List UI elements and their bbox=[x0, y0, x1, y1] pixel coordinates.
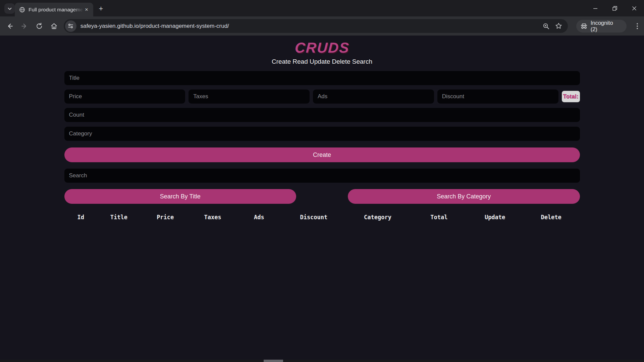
three-dot-icon bbox=[637, 23, 638, 29]
window-controls bbox=[586, 0, 644, 16]
home-icon bbox=[50, 22, 58, 30]
column-header-category: Category bbox=[345, 214, 411, 221]
taxes-input[interactable] bbox=[189, 89, 310, 104]
star-icon bbox=[555, 22, 562, 29]
column-header-ads: Ads bbox=[235, 214, 283, 221]
home-button[interactable] bbox=[47, 19, 61, 33]
forward-button[interactable] bbox=[17, 19, 32, 33]
price-row: Total: bbox=[64, 89, 580, 104]
total-badge: Total: bbox=[562, 91, 580, 102]
price-input[interactable] bbox=[64, 89, 185, 104]
discount-input[interactable] bbox=[437, 89, 558, 104]
search-input[interactable] bbox=[64, 169, 580, 183]
back-arrow-icon bbox=[6, 22, 13, 30]
magnifier-plus-icon bbox=[543, 23, 549, 29]
tab-search-button[interactable] bbox=[4, 3, 15, 14]
back-button[interactable] bbox=[3, 19, 17, 33]
incognito-badge[interactable]: Incognito (2) bbox=[576, 20, 627, 33]
tab-title: Full product management syste bbox=[29, 7, 83, 13]
restore-button[interactable] bbox=[605, 0, 625, 16]
incognito-icon bbox=[580, 22, 588, 30]
new-tab-button[interactable]: + bbox=[96, 4, 106, 14]
search-by-title-button[interactable]: Search By Title bbox=[64, 189, 297, 204]
tab-strip: Full product management syste × + bbox=[0, 0, 644, 16]
products-table-header: Id Title Price Taxes Ads Discount Catego… bbox=[64, 214, 580, 221]
page-logo: CRUDS bbox=[64, 40, 580, 56]
column-header-update: Update bbox=[467, 214, 522, 221]
column-header-total: Total bbox=[411, 214, 467, 221]
browser-tab[interactable]: Full product management syste × bbox=[15, 3, 93, 16]
chevron-down-icon bbox=[7, 6, 12, 11]
search-buttons-row: Search By Title Search By Category bbox=[64, 189, 580, 204]
zoom-page-button[interactable] bbox=[540, 20, 552, 32]
column-header-taxes: Taxes bbox=[190, 214, 235, 221]
category-input[interactable] bbox=[64, 127, 580, 141]
bookmark-star-button[interactable] bbox=[553, 20, 565, 32]
reload-button[interactable] bbox=[32, 19, 46, 33]
search-by-category-button[interactable]: Search By Category bbox=[348, 189, 580, 204]
minimize-button[interactable] bbox=[586, 0, 605, 16]
site-settings-button[interactable] bbox=[65, 20, 76, 32]
browser-toolbar: safeya-yasien.github.io/product-manageme… bbox=[0, 16, 644, 36]
tune-icon bbox=[68, 23, 73, 29]
ads-input[interactable] bbox=[313, 89, 434, 104]
scrollbar-thumb[interactable] bbox=[264, 360, 283, 362]
browser-menu-button[interactable] bbox=[631, 19, 644, 33]
url-bar[interactable]: safeya-yasien.github.io/product-manageme… bbox=[64, 19, 568, 33]
page-subtitle: Create Read Update Delete Search bbox=[64, 58, 580, 65]
column-header-discount: Discount bbox=[283, 214, 344, 221]
tab-close-icon[interactable]: × bbox=[83, 6, 90, 13]
create-button[interactable]: Create bbox=[64, 147, 580, 162]
horizontal-scrollbar[interactable] bbox=[0, 360, 644, 362]
title-input[interactable] bbox=[64, 71, 580, 85]
page-content: CRUDS Create Read Update Delete Search T… bbox=[0, 36, 644, 362]
globe-favicon-icon bbox=[19, 7, 25, 13]
incognito-label: Incognito (2) bbox=[591, 20, 621, 33]
column-header-title: Title bbox=[97, 214, 141, 221]
column-header-id: Id bbox=[64, 214, 97, 221]
reload-icon bbox=[36, 22, 43, 30]
close-window-button[interactable] bbox=[625, 0, 644, 16]
count-input[interactable] bbox=[64, 108, 580, 122]
column-header-delete: Delete bbox=[523, 214, 580, 221]
url-text[interactable]: safeya-yasien.github.io/product-manageme… bbox=[80, 23, 539, 29]
forward-arrow-icon bbox=[21, 22, 28, 30]
column-header-price: Price bbox=[141, 214, 190, 221]
